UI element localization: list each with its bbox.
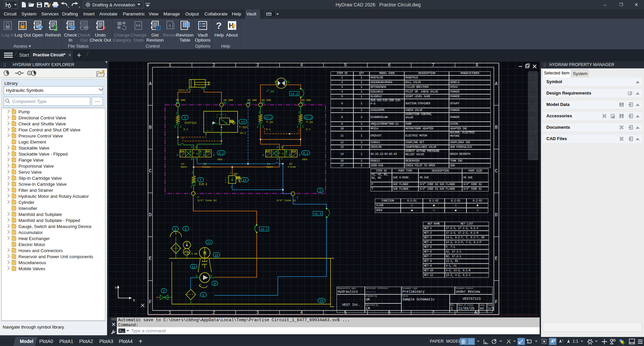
svg-text:R: R <box>157 26 159 30</box>
svg-text:M: M <box>29 72 31 74</box>
svg-text:A: A <box>168 23 171 27</box>
svg-text:?: ? <box>216 20 221 31</box>
